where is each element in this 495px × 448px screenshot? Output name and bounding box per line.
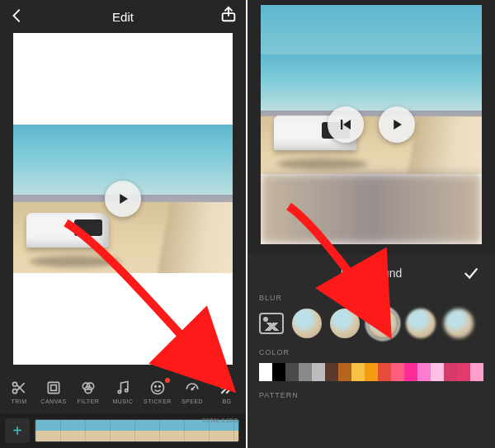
blur-options — [259, 309, 483, 338]
section-color-label: COLOR — [259, 348, 483, 356]
tool-speed[interactable]: SPEED — [175, 380, 210, 404]
color-swatch-16[interactable] — [470, 363, 483, 381]
color-swatch-2[interactable] — [285, 363, 299, 381]
tool-label: SPEED — [182, 398, 203, 404]
tool-trim[interactable]: TRIM — [2, 380, 36, 404]
page-title: Edit — [112, 10, 134, 24]
svg-rect-7 — [51, 385, 57, 391]
edit-screen: Edit TRIM CANVAS FILTER MUSIC — [0, 0, 248, 448]
tool-label: TRIM — [11, 398, 26, 404]
svg-point-14 — [155, 386, 157, 388]
svg-point-17 — [191, 389, 193, 390]
color-swatch-5[interactable] — [325, 363, 338, 381]
color-swatch-13[interactable] — [431, 363, 444, 381]
tool-label: BG — [222, 398, 231, 404]
panel-title: Background — [341, 266, 403, 280]
play-button[interactable] — [105, 181, 141, 217]
prev-button[interactable] — [328, 106, 364, 143]
tool-sticker[interactable]: STICKER — [140, 380, 175, 404]
pick-image-icon[interactable] — [259, 313, 284, 334]
notification-dot-icon — [165, 378, 170, 383]
edit-toolbar: TRIM CANVAS FILTER MUSIC STICKER SPEED B… — [0, 370, 246, 413]
svg-point-13 — [152, 382, 164, 394]
color-swatch-14[interactable] — [444, 363, 457, 381]
back-icon[interactable] — [8, 7, 26, 25]
color-swatch-9[interactable] — [378, 363, 391, 381]
svg-point-11 — [118, 390, 120, 393]
topbar: Edit — [0, 0, 246, 33]
tool-music[interactable]: MUSIC — [106, 380, 140, 404]
color-swatch-11[interactable] — [404, 363, 417, 381]
tool-filter[interactable]: FILTER — [71, 380, 106, 404]
color-swatch-12[interactable] — [417, 363, 431, 381]
add-clip-button[interactable]: + — [5, 418, 30, 443]
svg-rect-6 — [48, 382, 59, 393]
color-swatch-3[interactable] — [299, 363, 312, 381]
blur-option-3[interactable] — [368, 309, 398, 338]
background-panel: Background BLUR COLOR PATTERN — [248, 254, 495, 448]
blur-option-5[interactable] — [444, 309, 474, 338]
color-swatch-4[interactable] — [312, 363, 325, 381]
color-swatch-8[interactable] — [365, 363, 378, 381]
section-blur-label: BLUR — [259, 294, 483, 302]
svg-marker-24 — [394, 120, 402, 130]
color-swatch-6[interactable] — [338, 363, 351, 381]
color-swatches — [259, 363, 483, 381]
svg-point-2 — [13, 382, 17, 386]
tool-label: STICKER — [144, 398, 172, 404]
timeline-total-label: TOTAL 0:20.0 — [202, 417, 238, 423]
color-swatch-15[interactable] — [457, 363, 470, 381]
color-swatch-10[interactable] — [391, 363, 404, 381]
color-swatch-1[interactable] — [272, 363, 285, 381]
play-button[interactable] — [379, 106, 415, 143]
video-canvas[interactable] — [13, 33, 233, 365]
confirm-icon[interactable] — [462, 264, 480, 285]
preview-canvas[interactable] — [261, 5, 482, 244]
svg-marker-1 — [120, 194, 128, 204]
color-swatch-0[interactable] — [259, 363, 272, 381]
tool-label: FILTER — [78, 398, 100, 404]
section-pattern-label: PATTERN — [259, 391, 483, 399]
blur-option-4[interactable] — [406, 309, 436, 338]
color-swatch-7[interactable] — [351, 363, 365, 381]
svg-marker-23 — [343, 120, 351, 130]
tool-label: CANVAS — [40, 398, 66, 404]
svg-point-15 — [159, 386, 161, 388]
blur-option-1[interactable] — [292, 309, 322, 338]
blur-option-2[interactable] — [330, 309, 360, 338]
tool-canvas[interactable]: CANVAS — [36, 380, 71, 404]
tool-bg[interactable]: BG — [210, 380, 244, 404]
svg-point-12 — [125, 389, 128, 392]
tool-label: MUSIC — [112, 398, 133, 404]
svg-point-3 — [13, 389, 17, 394]
svg-rect-22 — [341, 120, 342, 130]
background-screen: Background BLUR COLOR PATTERN — [248, 0, 495, 448]
share-icon[interactable] — [219, 5, 238, 23]
